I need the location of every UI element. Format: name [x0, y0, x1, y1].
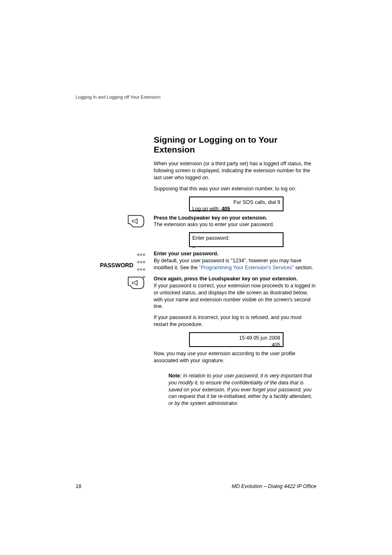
doc-title: MD Evolution – Dialog 4422 IP Office: [232, 483, 316, 489]
page: Logging In and Logging off Your Extensio…: [0, 0, 392, 555]
step-3-heading: Once again, press the Loudspeaker key on…: [154, 276, 297, 282]
step-1-text: The extension asks you to enter your use…: [154, 222, 274, 227]
loudspeaker-icon: [76, 276, 145, 292]
lcd-line: 15:49 05 jun 2008: [192, 335, 280, 342]
note-block: Note: In relation to your user password,…: [168, 372, 316, 407]
password-keypad-icon: PASSWORD: [76, 250, 145, 280]
lcd-line: For SOS calls, dial 9: [192, 199, 280, 206]
step-2-text-b: section.: [294, 265, 313, 271]
intro-para-1: When your extension (or a third party se…: [154, 160, 316, 181]
lcd-text-bold: 405: [221, 206, 230, 212]
note-body: In relation to your user password, it is…: [168, 373, 312, 407]
lcd-screen-idle: 15:49 05 jun 2008 405: [189, 332, 284, 347]
step-3-text-2: If your password is incorrect, your log …: [154, 314, 316, 328]
lcd-line: Enter password:: [192, 235, 280, 242]
step-3: Once again, press the Loudspeaker key on…: [154, 275, 316, 310]
section-title: Signing or Logging on to Your Extension: [154, 135, 316, 155]
closing-para: Now, you may use your extension accordin…: [154, 350, 316, 364]
step-2-heading: Enter your user password.: [154, 251, 219, 257]
lcd-text: Log on with:: [192, 206, 221, 212]
step-2: Enter your user password. By default, yo…: [154, 250, 316, 271]
intro-para-2: Supposing that this was your own extensi…: [154, 185, 316, 192]
step-1-heading: Press the Loudspeaker key on your extens…: [154, 215, 267, 221]
page-number: 18: [76, 483, 81, 489]
keypad-icon: [137, 250, 145, 280]
running-head: Logging In and Logging off Your Extensio…: [76, 95, 316, 99]
step-1: Press the Loudspeaker key on your extens…: [154, 215, 316, 229]
note-label: Note:: [168, 373, 182, 379]
lcd-screen-password: Enter password: _: [189, 232, 284, 247]
loudspeaker-icon: [76, 215, 145, 230]
step-3-text: If your password is correct, your extens…: [154, 283, 316, 310]
programming-services-link[interactable]: "Programming Your Extension's Services": [199, 265, 294, 271]
lcd-screen-logon: For SOS calls, dial 9 Log on with: 405: [189, 197, 284, 211]
password-label: PASSWORD: [100, 262, 133, 268]
page-footer: 18 MD Evolution – Dialog 4422 IP Office: [76, 483, 316, 489]
